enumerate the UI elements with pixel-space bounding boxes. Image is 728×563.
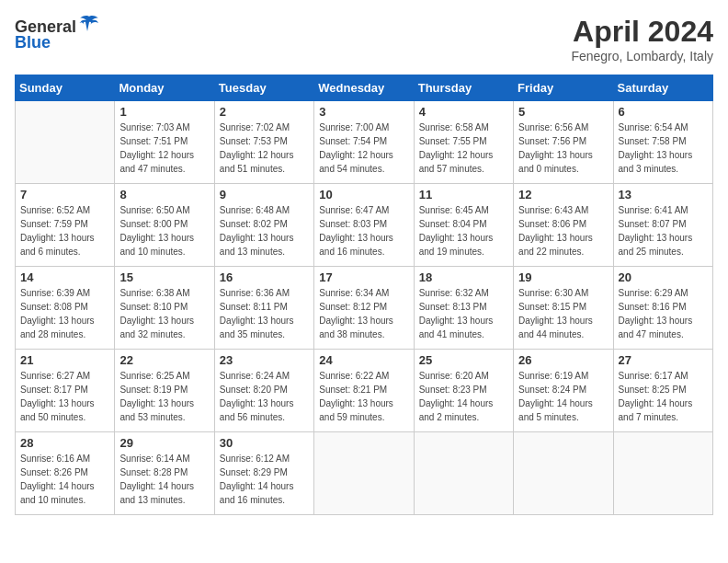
table-row: 15Sunrise: 6:38 AM Sunset: 8:10 PM Dayli… <box>115 267 214 350</box>
table-row: 18Sunrise: 6:32 AM Sunset: 8:13 PM Dayli… <box>414 267 513 350</box>
table-row: 9Sunrise: 6:48 AM Sunset: 8:02 PM Daylig… <box>214 184 313 267</box>
day-info: Sunrise: 7:00 AM Sunset: 7:54 PM Dayligh… <box>319 121 408 176</box>
day-info: Sunrise: 6:47 AM Sunset: 8:03 PM Dayligh… <box>319 203 408 259</box>
table-row: 13Sunrise: 6:41 AM Sunset: 8:07 PM Dayli… <box>613 184 712 267</box>
day-number: 30 <box>220 436 309 450</box>
table-row: 30Sunrise: 6:12 AM Sunset: 8:29 PM Dayli… <box>214 432 313 515</box>
table-row <box>414 432 513 515</box>
day-number: 6 <box>619 105 708 119</box>
table-row: 14Sunrise: 6:39 AM Sunset: 8:08 PM Dayli… <box>16 267 115 350</box>
table-row: 3Sunrise: 7:00 AM Sunset: 7:54 PM Daylig… <box>314 101 414 184</box>
day-number: 4 <box>419 105 508 119</box>
day-info: Sunrise: 6:41 AM Sunset: 8:07 PM Dayligh… <box>619 203 708 259</box>
table-row: 26Sunrise: 6:19 AM Sunset: 8:24 PM Dayli… <box>514 350 613 432</box>
table-row <box>613 432 712 515</box>
day-info: Sunrise: 6:36 AM Sunset: 8:11 PM Dayligh… <box>220 286 309 341</box>
day-info: Sunrise: 6:58 AM Sunset: 7:55 PM Dayligh… <box>419 121 508 176</box>
title-area: April 2024 Fenegro, Lombardy, Italy <box>571 15 713 63</box>
day-info: Sunrise: 6:52 AM Sunset: 7:59 PM Dayligh… <box>20 203 109 259</box>
day-number: 8 <box>119 188 209 201</box>
day-number: 17 <box>319 270 408 284</box>
day-number: 1 <box>119 105 209 119</box>
day-info: Sunrise: 6:43 AM Sunset: 8:06 PM Dayligh… <box>518 203 608 259</box>
table-row: 1Sunrise: 7:03 AM Sunset: 7:51 PM Daylig… <box>115 101 214 184</box>
col-wednesday: Wednesday <box>314 75 414 101</box>
day-info: Sunrise: 6:22 AM Sunset: 8:21 PM Dayligh… <box>319 369 408 424</box>
day-info: Sunrise: 6:38 AM Sunset: 8:10 PM Dayligh… <box>119 286 209 341</box>
page-header: General Blue April 2024 Fenegro, Lombard… <box>15 15 713 63</box>
table-row: 19Sunrise: 6:30 AM Sunset: 8:15 PM Dayli… <box>514 267 613 350</box>
day-info: Sunrise: 6:27 AM Sunset: 8:17 PM Dayligh… <box>20 369 109 424</box>
table-row: 6Sunrise: 6:54 AM Sunset: 7:58 PM Daylig… <box>613 101 712 184</box>
day-info: Sunrise: 6:48 AM Sunset: 8:02 PM Dayligh… <box>220 203 309 259</box>
table-row: 22Sunrise: 6:25 AM Sunset: 8:19 PM Dayli… <box>115 350 214 432</box>
day-number: 3 <box>319 105 408 119</box>
calendar-header-row: Sunday Monday Tuesday Wednesday Thursday… <box>16 75 713 101</box>
day-number: 28 <box>20 436 109 450</box>
table-row: 7Sunrise: 6:52 AM Sunset: 7:59 PM Daylig… <box>16 184 115 267</box>
day-info: Sunrise: 6:54 AM Sunset: 7:58 PM Dayligh… <box>619 121 708 176</box>
day-info: Sunrise: 6:25 AM Sunset: 8:19 PM Dayligh… <box>119 369 209 424</box>
table-row: 20Sunrise: 6:29 AM Sunset: 8:16 PM Dayli… <box>613 267 712 350</box>
week-row-5: 28Sunrise: 6:16 AM Sunset: 8:26 PM Dayli… <box>16 432 713 515</box>
table-row <box>16 101 115 184</box>
day-number: 20 <box>619 270 708 284</box>
logo: General Blue <box>15 15 100 52</box>
week-row-4: 21Sunrise: 6:27 AM Sunset: 8:17 PM Dayli… <box>16 350 713 432</box>
day-number: 29 <box>119 436 209 450</box>
col-sunday: Sunday <box>16 75 115 101</box>
table-row <box>314 432 414 515</box>
table-row: 12Sunrise: 6:43 AM Sunset: 8:06 PM Dayli… <box>514 184 613 267</box>
day-number: 16 <box>220 270 309 284</box>
day-info: Sunrise: 6:32 AM Sunset: 8:13 PM Dayligh… <box>419 286 508 341</box>
table-row: 24Sunrise: 6:22 AM Sunset: 8:21 PM Dayli… <box>314 350 414 432</box>
logo-blue: Blue <box>15 33 51 52</box>
day-info: Sunrise: 6:14 AM Sunset: 8:28 PM Dayligh… <box>119 452 209 507</box>
location-subtitle: Fenegro, Lombardy, Italy <box>571 49 713 63</box>
day-number: 25 <box>419 353 508 367</box>
col-monday: Monday <box>115 75 214 101</box>
day-info: Sunrise: 6:17 AM Sunset: 8:25 PM Dayligh… <box>619 369 708 424</box>
week-row-2: 7Sunrise: 6:52 AM Sunset: 7:59 PM Daylig… <box>16 184 713 267</box>
table-row: 23Sunrise: 6:24 AM Sunset: 8:20 PM Dayli… <box>214 350 313 432</box>
table-row: 2Sunrise: 7:02 AM Sunset: 7:53 PM Daylig… <box>214 101 313 184</box>
table-row: 16Sunrise: 6:36 AM Sunset: 8:11 PM Dayli… <box>214 267 313 350</box>
day-info: Sunrise: 7:03 AM Sunset: 7:51 PM Dayligh… <box>119 121 209 176</box>
day-info: Sunrise: 6:20 AM Sunset: 8:23 PM Dayligh… <box>419 369 508 424</box>
col-tuesday: Tuesday <box>214 75 313 101</box>
table-row: 29Sunrise: 6:14 AM Sunset: 8:28 PM Dayli… <box>115 432 214 515</box>
table-row: 5Sunrise: 6:56 AM Sunset: 7:56 PM Daylig… <box>514 101 613 184</box>
day-info: Sunrise: 7:02 AM Sunset: 7:53 PM Dayligh… <box>220 121 309 176</box>
day-info: Sunrise: 6:30 AM Sunset: 8:15 PM Dayligh… <box>518 286 608 341</box>
day-number: 9 <box>220 188 309 201</box>
day-number: 19 <box>518 270 608 284</box>
day-number: 12 <box>518 188 608 201</box>
day-info: Sunrise: 6:29 AM Sunset: 8:16 PM Dayligh… <box>619 286 708 341</box>
col-friday: Friday <box>514 75 613 101</box>
day-number: 7 <box>20 188 109 201</box>
table-row: 25Sunrise: 6:20 AM Sunset: 8:23 PM Dayli… <box>414 350 513 432</box>
day-number: 22 <box>119 353 209 367</box>
col-saturday: Saturday <box>613 75 712 101</box>
day-number: 15 <box>119 270 209 284</box>
day-number: 27 <box>619 353 708 367</box>
table-row: 27Sunrise: 6:17 AM Sunset: 8:25 PM Dayli… <box>613 350 712 432</box>
day-info: Sunrise: 6:39 AM Sunset: 8:08 PM Dayligh… <box>20 286 109 341</box>
day-number: 21 <box>20 353 109 367</box>
table-row: 28Sunrise: 6:16 AM Sunset: 8:26 PM Dayli… <box>16 432 115 515</box>
col-thursday: Thursday <box>414 75 513 101</box>
day-number: 5 <box>518 105 608 119</box>
day-number: 11 <box>419 188 508 201</box>
day-info: Sunrise: 6:24 AM Sunset: 8:20 PM Dayligh… <box>220 369 309 424</box>
table-row: 4Sunrise: 6:58 AM Sunset: 7:55 PM Daylig… <box>414 101 513 184</box>
table-row: 11Sunrise: 6:45 AM Sunset: 8:04 PM Dayli… <box>414 184 513 267</box>
logo-bird-icon <box>78 15 100 35</box>
table-row: 21Sunrise: 6:27 AM Sunset: 8:17 PM Dayli… <box>16 350 115 432</box>
day-info: Sunrise: 6:56 AM Sunset: 7:56 PM Dayligh… <box>518 121 608 176</box>
day-info: Sunrise: 6:50 AM Sunset: 8:00 PM Dayligh… <box>119 203 209 259</box>
day-number: 14 <box>20 270 109 284</box>
week-row-3: 14Sunrise: 6:39 AM Sunset: 8:08 PM Dayli… <box>16 267 713 350</box>
day-number: 2 <box>220 105 309 119</box>
table-row <box>514 432 613 515</box>
day-info: Sunrise: 6:19 AM Sunset: 8:24 PM Dayligh… <box>518 369 608 424</box>
